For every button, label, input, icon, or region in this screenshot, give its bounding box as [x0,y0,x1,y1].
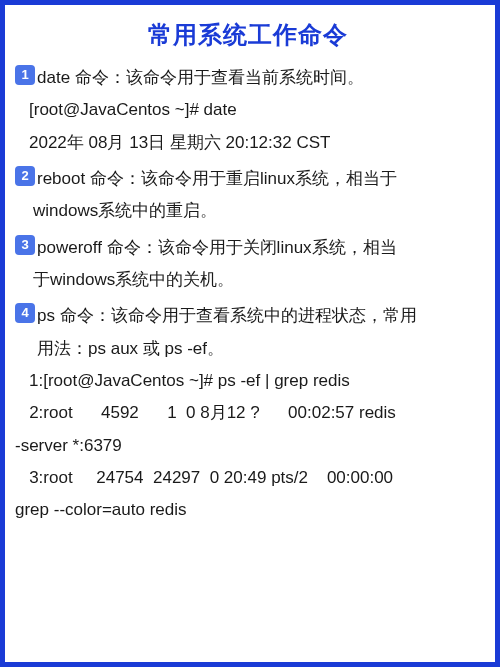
item-4-cont: 用法：ps aux 或 ps -ef。 [37,336,481,362]
item-4-out1: 1:[root@JavaCentos ~]# ps -ef | grep red… [29,368,481,394]
item-2-head: reboot 命令：该命令用于重启linux系统，相当于 [37,166,481,192]
item-2-cont: windows系统中的重启。 [33,198,481,224]
page-title: 常用系统工作命令 [15,19,481,51]
badge-2-icon: 2 [15,166,35,186]
item-1-cmd: [root@JavaCentos ~]# date [29,97,481,123]
item-4-head: ps 命令：该命令用于查看系统中的进程状态，常用 [37,303,481,329]
item-1-output: 2022年 08月 13日 星期六 20:12:32 CST [29,130,481,156]
item-2: 2 reboot 命令：该命令用于重启linux系统，相当于 [15,166,481,192]
document-page: 常用系统工作命令 1 date 命令：该命令用于查看当前系统时间。 [root@… [0,0,500,667]
item-4-out2: 2:root 4592 1 0 8月12 ? 00:02:57 redis [15,400,481,426]
item-3: 3 poweroff 命令：该命令用于关闭linux系统，相当 [15,235,481,261]
badge-1-icon: 1 [15,65,35,85]
item-1-head: date 命令：该命令用于查看当前系统时间。 [37,65,481,91]
item-4: 4 ps 命令：该命令用于查看系统中的进程状态，常用 [15,303,481,329]
item-4-out3: 3:root 24754 24297 0 20:49 pts/2 00:00:0… [15,465,481,491]
badge-4-icon: 4 [15,303,35,323]
badge-3-icon: 3 [15,235,35,255]
item-3-cont: 于windows系统中的关机。 [33,267,481,293]
item-4-out2b: -server *:6379 [15,433,481,459]
item-3-head: poweroff 命令：该命令用于关闭linux系统，相当 [37,235,481,261]
item-4-out3b: grep --color=auto redis [15,497,481,523]
item-1: 1 date 命令：该命令用于查看当前系统时间。 [15,65,481,91]
